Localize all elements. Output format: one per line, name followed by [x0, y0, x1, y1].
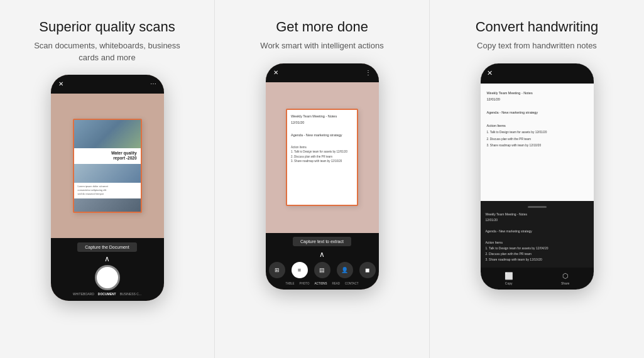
copy-action[interactable]: ⬜ Copy	[505, 272, 513, 285]
hw-line-agenda: Agenda - New marketing strategy	[291, 133, 353, 139]
phone1-mockup: ✕ ⋯ Water qualityreport -2020 Lorem ipsu…	[51, 75, 164, 301]
panel2-title: Get more done	[276, 19, 368, 35]
extracted-blank	[486, 223, 589, 229]
hw-line-item2: 2. Discuss plan with the PR team	[291, 155, 353, 160]
panel-convert-handwriting: Convert handwriting Copy text from handw…	[430, 0, 644, 358]
hw-line-item3: 3. Share roadmap with team by 12/10/20	[291, 159, 353, 164]
phone2-menu-icon[interactable]: ⋮	[365, 69, 371, 76]
phone3-content: Weekly Team Meeting - Notes 12/01/20 Age…	[481, 84, 594, 201]
extracted-action3: 3. Share roadmap with team by 12/10/20	[486, 257, 589, 263]
panel1-title: Superior quality scans	[39, 19, 175, 35]
phone2-close-icon[interactable]: ✕	[273, 69, 278, 76]
phone1-screen: ✕ ⋯ Water qualityreport -2020 Lorem ipsu…	[51, 75, 164, 301]
doc-text-lines: Lorem ipsum dolor sit amet consectetur a…	[74, 183, 141, 198]
label-actions: ACTIONS	[314, 282, 327, 285]
phone1-scan-area: Water qualityreport -2020 Lorem ipsum do…	[51, 94, 164, 238]
chevron-up-icon2: ∧	[319, 250, 325, 259]
phone2-bottom: Capture text to extract ∧ ⊞ ≡ ▤ 👤 ◼ TABL…	[266, 233, 379, 290]
phone1-menu-icon[interactable]: ⋯	[150, 80, 156, 87]
share-action[interactable]: ⬡ Share	[561, 272, 569, 285]
hw-line-br2	[291, 139, 353, 145]
hw-line-br1	[291, 126, 353, 133]
action-icons-row: ⊞ ≡ ▤ 👤 ◼	[269, 262, 376, 278]
bottom-tabs: WHITEBOARD DOCUMENT BUSINESS C...	[73, 292, 141, 296]
extracted-agenda: Agenda - New marketing strategy	[486, 229, 589, 234]
table-icon[interactable]: ⊞	[269, 262, 285, 278]
shutter-button[interactable]	[95, 265, 120, 290]
extracted-action-header: Action Items	[486, 240, 589, 246]
copy-label: Copy	[505, 281, 513, 285]
phone2-screen: ✕ ⋮ Weekly Team Meeting - Notes 12/01/20…	[266, 63, 379, 290]
doc-image-bot	[74, 198, 141, 213]
hw-line-items-header: Action Items	[291, 145, 353, 150]
doc-title: Water qualityreport -2020	[74, 148, 141, 164]
phone1-bottom: Capture the Document ∧ WHITEBOARD DOCUME…	[51, 238, 164, 301]
hw-line-date: 12/01/20	[291, 120, 353, 126]
handwriting-note: Weekly Team Meeting - Notes 12/01/20 Age…	[286, 109, 358, 206]
extracted-date: 12/01/20	[486, 217, 589, 223]
phone2-mockup: ✕ ⋮ Weekly Team Meeting - Notes 12/01/20…	[266, 63, 379, 290]
panel2-subtitle: Work smart with intelligent actions	[260, 40, 383, 52]
label-table: TABLE	[286, 282, 295, 285]
phone2-bg: ✕ ⋮ Weekly Team Meeting - Notes 12/01/20…	[266, 63, 379, 290]
panel1-subtitle: Scan documents, whiteboards, businesscar…	[34, 40, 180, 63]
extracted-action1: 1. Talk to Design team for assets by 12/…	[486, 246, 589, 251]
document-preview: Water qualityreport -2020 Lorem ipsum do…	[73, 119, 142, 213]
doc-image-mid	[74, 164, 141, 183]
label-photo: PHOTO	[300, 282, 310, 285]
hw-item2: 2. Discuss plan with the PR team	[487, 138, 531, 141]
phone3-mockup: ✕ Weekly Team Meeting - Notes 12/01/20 A…	[481, 63, 594, 290]
phone3-screen: ✕ Weekly Team Meeting - Notes 12/01/20 A…	[481, 63, 594, 290]
phone3-screen-wrapper: ✕ Weekly Team Meeting - Notes 12/01/20 A…	[481, 63, 594, 290]
hw-line-title: Weekly Team Meeting - Notes	[291, 114, 353, 120]
action-labels-row: TABLE PHOTO ACTIONS READ CONTACT	[286, 282, 359, 285]
tab-document[interactable]: DOCUMENT	[98, 292, 116, 296]
phone1-bg: ✕ ⋯ Water qualityreport -2020 Lorem ipsu…	[51, 75, 164, 301]
phone3-bottom-bar: ⬜ Copy ⬡ Share	[481, 268, 594, 290]
capture-document-button[interactable]: Capture the Document	[77, 242, 136, 252]
hw-item1: 1. Talk to Design team for assets by 12/…	[487, 131, 547, 134]
phone2-scan-area: Weekly Team Meeting - Notes 12/01/20 Age…	[266, 82, 379, 233]
extracted-title: Weekly Team Meeting - Notes	[486, 212, 589, 217]
panel3-title: Convert handwriting	[476, 19, 599, 35]
qr-icon[interactable]: ◼	[359, 262, 376, 278]
phone3-close-icon[interactable]: ✕	[487, 69, 493, 77]
actions-icon[interactable]: ≡	[292, 262, 308, 278]
share-label: Share	[561, 281, 569, 285]
hw-item3: 3. Share roadmap with team by 12/10/20	[487, 144, 542, 147]
panel-quality-scans: Superior quality scans Scan documents, w…	[0, 0, 214, 358]
share-icon: ⬡	[562, 272, 569, 280]
read-icon[interactable]: ▤	[314, 262, 330, 278]
main-container: Superior quality scans Scan documents, w…	[0, 0, 644, 358]
chevron-up-icon: ∧	[104, 254, 110, 263]
phone2-top-bar: ✕ ⋮	[266, 63, 379, 82]
extracted-blank2	[486, 234, 589, 240]
copy-icon: ⬜	[505, 272, 513, 280]
phone3-header: ✕	[481, 63, 594, 84]
capture-text-button[interactable]: Capture text to extract	[293, 237, 351, 246]
label-read: READ	[332, 282, 340, 285]
phone1-top-bar: ✕ ⋯	[51, 75, 164, 94]
tab-business[interactable]: BUSINESS C...	[120, 292, 141, 296]
divider-line	[528, 206, 547, 208]
panel3-subtitle: Copy text from handwritten notes	[477, 40, 597, 52]
hw-extracted-text: Weekly Team Meeting - Notes 12/01/20 Age…	[487, 90, 587, 149]
label-contact: CONTACT	[345, 282, 358, 285]
contact-icon[interactable]: 👤	[337, 262, 353, 278]
panel-get-more-done: Get more done Work smart with intelligen…	[214, 0, 430, 358]
hw-line-item1: 1. Talk to Design team for assets by 12/…	[291, 149, 353, 155]
phone1-close-icon[interactable]: ✕	[58, 80, 63, 87]
tab-whiteboard[interactable]: WHITEBOARD	[73, 292, 94, 296]
doc-image-top	[74, 120, 141, 148]
extracted-action2: 2. Discuss plan with the PR team	[486, 251, 589, 257]
phone3-text-panel: Weekly Team Meeting - Notes 12/01/20 Age…	[481, 201, 594, 268]
